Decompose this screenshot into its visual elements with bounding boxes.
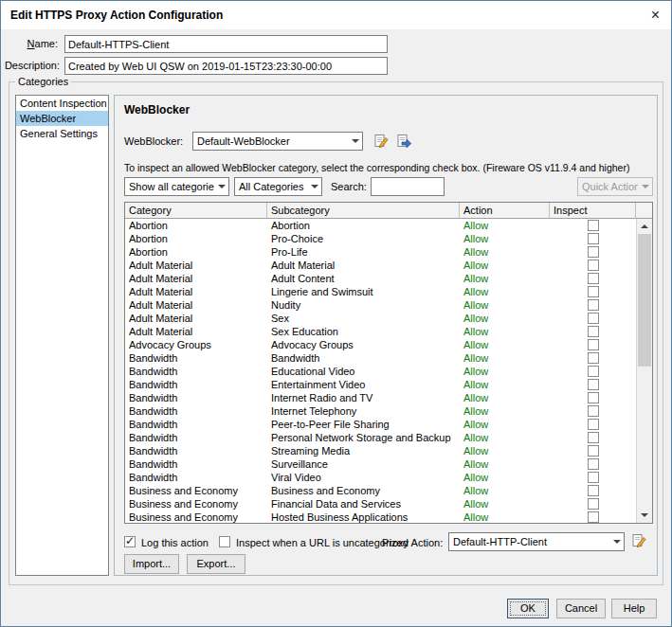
cell-inspect — [550, 391, 636, 404]
table-scrollbar[interactable] — [636, 219, 652, 523]
edit-proxy-action-icon[interactable] — [630, 532, 647, 549]
inspect-checkbox[interactable] — [588, 498, 599, 510]
scroll-up-button[interactable] — [637, 219, 652, 234]
table-row[interactable]: BandwidthSurveillanceAllow — [125, 457, 636, 471]
cell-inspect — [550, 511, 636, 523]
sidebar-item-general-settings[interactable]: General Settings — [16, 126, 108, 141]
table-row[interactable]: BandwidthPeer-to-Peer File SharingAllow — [125, 418, 636, 431]
edit-webblocker-icon[interactable] — [372, 133, 390, 150]
inspect-checkbox[interactable] — [588, 273, 599, 284]
cell-subcategory: Adult Material — [267, 259, 460, 272]
cell-inspect — [550, 351, 636, 365]
proxy-action-select[interactable]: Default-HTTP-Client — [448, 532, 625, 551]
column-header-action[interactable]: Action — [460, 203, 550, 219]
search-input[interactable] — [371, 177, 445, 196]
inspect-checkbox[interactable] — [588, 472, 599, 483]
inspect-checkbox[interactable] — [588, 419, 599, 430]
inspect-checkbox[interactable] — [588, 458, 599, 470]
inspect-checkbox[interactable] — [588, 352, 599, 364]
inspect-checkbox[interactable] — [588, 339, 599, 350]
cancel-button[interactable]: Cancel — [556, 599, 606, 618]
table-row[interactable]: Adult MaterialSexAllow — [125, 312, 636, 325]
table-row[interactable]: AbortionPro-ChoiceAllow — [125, 232, 636, 245]
column-header-inspect[interactable]: Inspect — [550, 203, 636, 219]
inspect-checkbox[interactable] — [588, 313, 599, 324]
table-row[interactable]: AbortionAbortionAllow — [125, 219, 636, 232]
scroll-thumb[interactable] — [638, 234, 651, 367]
cell-category: Adult Material — [125, 272, 267, 285]
table-row[interactable]: BandwidthViral VideoAllow — [125, 471, 636, 484]
inspect-checkbox[interactable] — [588, 326, 599, 337]
column-header-category[interactable]: Category — [125, 203, 267, 219]
cell-inspect — [550, 484, 636, 497]
description-field[interactable] — [64, 57, 388, 75]
table-row[interactable]: Business and EconomyBusiness and Economy… — [125, 484, 636, 497]
log-action-checkbox[interactable] — [124, 536, 136, 547]
inspect-checkbox[interactable] — [588, 366, 599, 377]
new-webblocker-icon[interactable] — [395, 133, 412, 150]
name-field[interactable] — [64, 35, 388, 53]
inspect-checkbox[interactable] — [588, 511, 599, 523]
table-row[interactable]: Adult MaterialAdult MaterialAllow — [125, 259, 636, 272]
webblocker-select-value: Default-WebBlocker — [197, 135, 290, 147]
table-row[interactable]: AbortionPro-LifeAllow — [125, 245, 636, 259]
category-filter[interactable]: All Categories — [234, 177, 322, 196]
inspect-uncategorized-checkbox[interactable] — [219, 536, 230, 547]
table-row[interactable]: BandwidthStreaming MediaAllow — [125, 444, 636, 457]
cell-subcategory: Entertainment Video — [267, 378, 460, 391]
table-row[interactable]: BandwidthInternet Radio and TVAllow — [125, 391, 636, 404]
cell-category: Advocacy Groups — [125, 338, 267, 351]
webblocker-panel: WebBlocker WebBlocker: Default-WebBlocke… — [114, 95, 658, 576]
webblocker-select[interactable]: Default-WebBlocker — [192, 132, 363, 151]
sidebar-item-webblocker[interactable]: WebBlocker — [16, 111, 108, 126]
inspect-checkbox[interactable] — [588, 485, 599, 496]
cell-inspect — [550, 232, 636, 245]
ok-button[interactable]: OK — [507, 599, 549, 618]
table-row[interactable]: Business and EconomyHosted Business Appl… — [125, 511, 636, 523]
table-row[interactable]: Business and EconomyFinancial Data and S… — [125, 497, 636, 511]
cell-subcategory: Bandwidth — [267, 351, 460, 365]
help-button[interactable]: Help — [611, 599, 657, 618]
export-button[interactable]: Export... — [187, 554, 245, 574]
quick-action-select[interactable]: Quick Action — [577, 177, 653, 196]
categories-groupbox-label: Categories — [15, 76, 71, 87]
inspect-checkbox[interactable] — [588, 445, 599, 457]
inspect-checkbox[interactable] — [588, 286, 599, 297]
cell-subcategory: Surveillance — [267, 457, 460, 471]
inspect-checkbox[interactable] — [588, 432, 599, 443]
table-row[interactable]: Adult MaterialAdult ContentAllow — [125, 272, 636, 285]
column-header-subcategory[interactable]: Subcategory — [267, 203, 460, 219]
table-row[interactable]: BandwidthEntertainment VideoAllow — [125, 378, 636, 391]
inspect-checkbox[interactable] — [588, 405, 599, 417]
inspect-checkbox[interactable] — [588, 233, 599, 244]
cell-subcategory: Pro-Choice — [267, 232, 460, 245]
cell-category: Business and Economy — [125, 511, 267, 523]
table-row[interactable]: BandwidthPersonal Network Storage and Ba… — [125, 431, 636, 444]
webblocker-label: WebBlocker: — [124, 135, 183, 148]
table-row[interactable]: BandwidthInternet TelephonyAllow — [125, 404, 636, 418]
table-row[interactable]: Adult MaterialSex EducationAllow — [125, 325, 636, 338]
table-row[interactable]: Advocacy GroupsAdvocacy GroupsAllow — [125, 338, 636, 351]
cell-subcategory: Sex — [267, 312, 460, 325]
table-row[interactable]: Adult MaterialLingerie and SwimsuitAllow — [125, 285, 636, 298]
cell-inspect — [550, 378, 636, 391]
sidebar-item-content-inspection[interactable]: Content Inspection — [16, 96, 108, 111]
table-row[interactable]: BandwidthEducational VideoAllow — [125, 365, 636, 378]
inspect-checkbox[interactable] — [588, 392, 599, 403]
scroll-down-button[interactable] — [637, 508, 652, 523]
show-categories-filter[interactable]: Show all categories — [124, 177, 229, 196]
close-icon[interactable]: × — [651, 1, 660, 29]
search-label: Search: — [331, 181, 367, 193]
inspect-checkbox[interactable] — [588, 299, 599, 311]
inspect-checkbox[interactable] — [588, 260, 599, 271]
inspect-checkbox[interactable] — [588, 246, 599, 258]
category-filter-value: All Categories — [239, 181, 303, 192]
table-row[interactable]: BandwidthBandwidthAllow — [125, 351, 636, 365]
inspect-checkbox[interactable] — [588, 379, 599, 390]
cell-category: Adult Material — [125, 259, 267, 272]
table-row[interactable]: Adult MaterialNudityAllow — [125, 298, 636, 312]
window-title: Edit HTTPS Proxy Action Configuration — [10, 1, 223, 29]
import-button[interactable]: Import... — [124, 554, 179, 574]
inspect-checkbox[interactable] — [588, 220, 599, 231]
table-header-row: CategorySubcategoryActionInspect — [125, 203, 652, 219]
